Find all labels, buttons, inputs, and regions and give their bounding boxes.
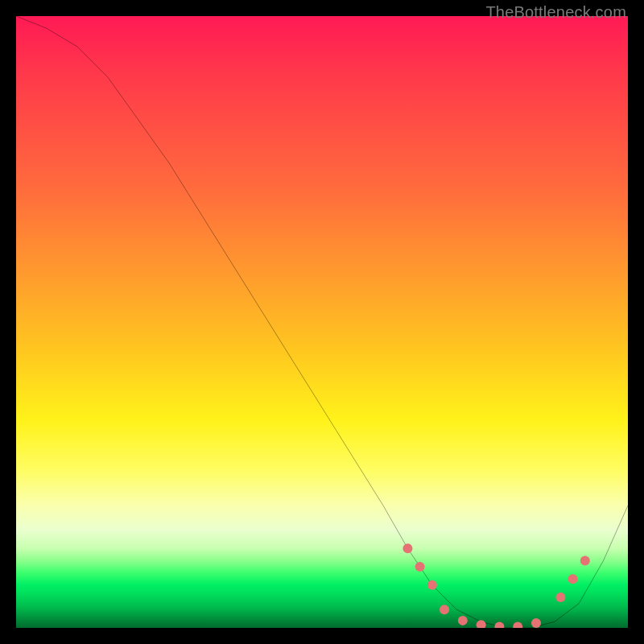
heat-gradient-background: [16, 16, 628, 628]
plot-area: [16, 16, 628, 628]
chart-stage: TheBottleneck.com: [0, 0, 644, 644]
attribution-watermark: TheBottleneck.com: [485, 3, 626, 22]
